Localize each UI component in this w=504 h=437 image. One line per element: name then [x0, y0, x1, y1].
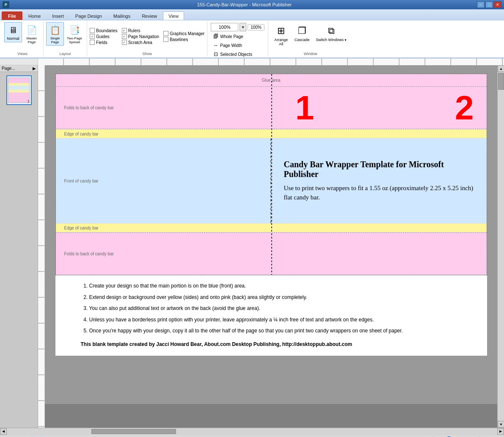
scroll-up-button[interactable]: ▲	[498, 65, 504, 72]
rulers-label: Rulers	[128, 28, 140, 33]
fields-check	[90, 40, 95, 45]
switch-windows-label: Switch Windows ▼	[316, 38, 347, 42]
close-button[interactable]: ✕	[494, 1, 501, 8]
arrange-all-label: ArrangeAll	[274, 38, 288, 46]
two-page-spread-button[interactable]: 📑 Two-PageSpread	[65, 22, 84, 46]
zoom-options: 🗐 Whole Page ↔ Page Width ⊡ Selected Obj…	[211, 32, 254, 58]
tab-review[interactable]: Review	[136, 11, 162, 20]
ribbon-tabs: File Home Insert Page Design Mailings Re…	[0, 9, 504, 20]
ruler-row	[0, 58, 504, 65]
credit-text: This blank template created by Jacci How…	[81, 340, 462, 349]
instruction-2: Extend design or background over yellow …	[89, 293, 462, 302]
scroll-right-button[interactable]: ▶	[497, 428, 504, 435]
graphics-manager-check	[163, 31, 168, 36]
arrange-all-icon: ⊞	[277, 24, 285, 38]
scratch-area-option[interactable]: Scratch Area	[122, 40, 159, 45]
view-master-page-button[interactable]: 📄 MasterPage	[23, 22, 41, 46]
ribbon-group-window: ⊞ ArrangeAll ❐ Cascade ⧉ Switch Windows …	[268, 21, 353, 57]
scroll-track-v	[498, 91, 504, 421]
zoom-button[interactable]: 100%	[248, 24, 264, 30]
switch-windows-button[interactable]: ⧉ Switch Windows ▼	[313, 23, 349, 43]
page-thumbnail[interactable]: 1	[6, 75, 32, 105]
cascade-label: Cascade	[295, 38, 310, 42]
views-group-label: Views	[17, 51, 28, 56]
guides-option[interactable]: Guides	[90, 34, 118, 39]
selected-objects-button[interactable]: ⊡ Selected Objects	[211, 50, 254, 58]
tab-mailings[interactable]: Mailings	[108, 11, 136, 20]
normal-icon: 🖥	[6, 23, 20, 37]
guides-check	[90, 34, 95, 39]
baselines-label: Baselines	[170, 37, 188, 42]
tab-insert[interactable]: Insert	[47, 11, 69, 20]
page-wrapper: Glue area Folds to back of candy bar 1 2…	[55, 74, 487, 275]
selected-objects-label: Selected Objects	[220, 52, 252, 57]
scroll-left-button[interactable]: ◀	[0, 428, 7, 435]
rulers-option[interactable]: Rulers	[122, 28, 159, 33]
window-group-label: Window	[304, 51, 317, 56]
two-page-label: Two-PageSpread	[67, 37, 82, 44]
boundaries-option[interactable]: Boundaries	[90, 28, 118, 33]
edge-1-label: Edge of candy bar	[64, 132, 99, 136]
arrange-all-button[interactable]: ⊞ ArrangeAll	[272, 23, 291, 47]
scrollbar-horizontal[interactable]: ◀ ▶	[0, 428, 504, 434]
scratch-area-check	[122, 40, 127, 45]
graphics-manager-option[interactable]: Graphics Manager	[163, 31, 204, 36]
tab-view[interactable]: View	[163, 11, 184, 20]
zoom-dropdown-button[interactable]: ▼	[240, 23, 246, 31]
ribbon-group-show: Boundaries Guides Fields Rulers	[87, 21, 207, 57]
scratch-area-label: Scratch Area	[128, 40, 152, 45]
page-navigation-option[interactable]: Page Navigation	[122, 34, 159, 39]
tab-page-design[interactable]: Page Design	[70, 11, 107, 20]
center-divider	[271, 74, 272, 275]
switch-windows-icon: ⧉	[328, 24, 335, 38]
two-page-icon: 📑	[68, 23, 81, 37]
instruction-4: Unless you have a borderless print optio…	[89, 315, 462, 325]
title-bar-text: 155-Candy-Bar-Wrapper - Microsoft Publis…	[12, 2, 477, 7]
master-page-label: MasterPage	[27, 37, 37, 44]
single-page-label: SinglePage	[50, 37, 60, 44]
layout-buttons: 📋 SinglePage 📑 Two-PageSpread	[46, 22, 84, 51]
ribbon-group-zoom: 100% ▼ 100% 🗐 Whole Page ↔ Page Width ⊡ …	[207, 21, 268, 57]
front-label: Front of candy bar	[64, 179, 99, 183]
page-panel-expand[interactable]: ▶	[33, 66, 36, 71]
zoom-percent-display: 100%	[211, 23, 238, 31]
rulers-check	[122, 28, 127, 33]
minimize-button[interactable]: ─	[477, 1, 485, 8]
whole-page-icon: 🗐	[212, 33, 219, 40]
normal-label: Normal	[7, 37, 19, 41]
guides-label: Guides	[96, 34, 110, 39]
scroll-thumb-v[interactable]	[498, 73, 504, 90]
ribbon-group-views: 🖥 Normal 📄 MasterPage Views	[2, 21, 44, 57]
baselines-option[interactable]: Baselines	[163, 37, 204, 42]
page-navigation-label: Page Navigation	[128, 34, 159, 39]
page-width-button[interactable]: ↔ Page Width	[211, 41, 254, 50]
fields-option[interactable]: Fields	[90, 40, 118, 45]
show-group-label: Show	[142, 51, 152, 56]
layout-group-label: Layout	[60, 51, 71, 56]
page-panel-title: Page...	[2, 66, 15, 71]
instruction-5: Once you're happy with your design, copy…	[89, 326, 462, 336]
main-area: Page... ▶ 1 Glue area Fo	[0, 65, 504, 428]
whole-page-label: Whole Page	[220, 34, 243, 39]
page-thumb-number: 1	[27, 99, 29, 103]
boundaries-check	[90, 28, 95, 33]
switch-dropdown-arrow: ▼	[344, 39, 347, 41]
cascade-button[interactable]: ❐ Cascade	[292, 23, 312, 43]
view-normal-button[interactable]: 🖥 Normal	[4, 22, 22, 42]
maximize-button[interactable]: □	[485, 1, 493, 8]
template-description: Use to print two wrappers to fit a 1.55 …	[284, 183, 474, 202]
tab-home[interactable]: Home	[23, 11, 46, 20]
tab-file[interactable]: File	[2, 11, 22, 20]
edge-2-label: Edge of candy bar	[64, 226, 99, 230]
whole-page-button[interactable]: 🗐 Whole Page	[211, 32, 254, 41]
show-options: Boundaries Guides Fields Rulers	[90, 22, 204, 51]
hscroll-thumb[interactable]	[91, 429, 176, 434]
number-1: 1	[295, 89, 314, 127]
canvas-area[interactable]: Glue area Folds to back of candy bar 1 2…	[45, 65, 497, 428]
single-page-button[interactable]: 📋 SinglePage	[46, 22, 64, 46]
page-panel-header: Page... ▶	[0, 65, 38, 72]
scroll-down-button[interactable]: ▼	[498, 421, 504, 428]
page-navigation-check	[122, 34, 127, 39]
instruction-3: You can also put additional text or artw…	[89, 304, 462, 313]
scrollbar-right[interactable]: ▲ ▼	[497, 65, 504, 428]
